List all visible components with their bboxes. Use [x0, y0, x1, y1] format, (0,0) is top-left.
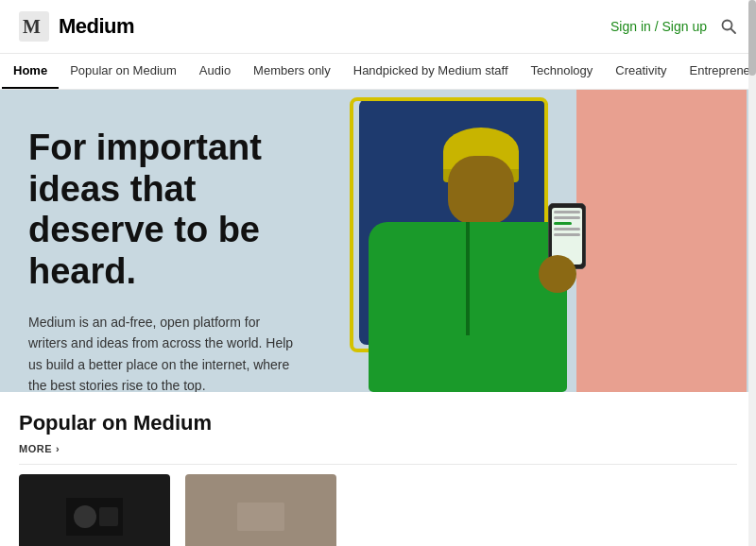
hero-text-area: For important ideas that deserve to be h… [0, 90, 331, 392]
svg-text:M: M [23, 16, 41, 37]
head-skin [448, 156, 514, 224]
person-body [369, 128, 576, 392]
hero-heading: For important ideas that deserve to be h… [28, 128, 302, 293]
chevron-right-icon: › [56, 443, 60, 454]
screen-line-4 [554, 233, 580, 236]
header-left: M Medium [19, 11, 134, 42]
scrollbar-thumb[interactable] [748, 0, 756, 76]
phone-hand [534, 203, 586, 293]
nav-item-popular[interactable]: Popular on Medium [59, 54, 188, 89]
nav-item-entrepreneurship[interactable]: Entrepreneurship [679, 54, 756, 89]
site-title: Medium [59, 14, 134, 39]
hero-person-figure [340, 90, 605, 392]
site-header: M Medium Sign in / Sign up [0, 0, 756, 54]
svg-rect-6 [99, 507, 118, 526]
screen-line-1 [554, 211, 580, 213]
screen-line-2 [554, 216, 580, 219]
medium-logo-icon: M [19, 11, 49, 42]
thumbnail-image-2 [232, 498, 289, 536]
person-head [438, 128, 524, 222]
main-nav: Home Popular on Medium Audio Members onl… [0, 54, 756, 90]
hero-illustration [321, 90, 756, 392]
nav-item-handpicked[interactable]: Handpicked by Medium staff [342, 54, 520, 89]
nav-item-home[interactable]: Home [2, 54, 59, 89]
search-icon [720, 18, 737, 35]
article-thumbnail-2[interactable] [185, 474, 336, 546]
screen-line-3 [554, 228, 580, 230]
nav-item-audio[interactable]: Audio [188, 54, 242, 89]
search-button[interactable] [720, 18, 737, 35]
header-right: Sign in / Sign up [610, 18, 737, 35]
hand-skin [539, 255, 576, 293]
hero-subtext: Medium is an ad-free, open platform for … [28, 312, 302, 392]
svg-line-3 [730, 28, 735, 33]
thumbnail-image-1 [66, 498, 123, 536]
nav-item-creativity[interactable]: Creativity [604, 54, 678, 89]
nav-item-technology[interactable]: Technology [520, 54, 605, 89]
popular-title: Popular on Medium [19, 411, 737, 435]
more-label: MORE [19, 443, 52, 454]
svg-rect-8 [237, 503, 284, 531]
nav-list: Home Popular on Medium Audio Members onl… [0, 54, 756, 89]
screen-line-green [554, 222, 572, 225]
popular-section: Popular on Medium MORE › [0, 392, 756, 546]
jacket-zipper [466, 222, 470, 335]
more-link[interactable]: MORE › [19, 443, 737, 454]
sign-in-link[interactable]: Sign in / Sign up [610, 19, 707, 34]
nav-item-members[interactable]: Members only [242, 54, 342, 89]
divider [19, 464, 737, 465]
hero-section: For important ideas that deserve to be h… [0, 90, 756, 392]
svg-point-5 [74, 505, 96, 528]
article-grid [19, 474, 737, 546]
article-thumbnail-1[interactable] [19, 474, 170, 546]
